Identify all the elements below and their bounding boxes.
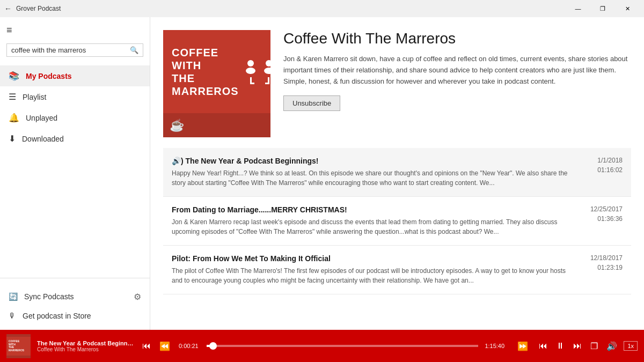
nav-items: 📚 My Podcasts ☰ Playlist 🔔 Unplayed ⬇ Do… xyxy=(0,65,150,274)
downloaded-icon: ⬇ xyxy=(9,134,16,144)
podcast-header: CoffeeWithTheMarreros xyxy=(150,17,644,148)
titlebar: ← Grover Podcast — ❐ ✕ xyxy=(0,0,644,17)
sidebar-top: ≡ 🔍 xyxy=(0,17,150,65)
search-input[interactable] xyxy=(11,46,130,54)
playlist-icon: ☰ xyxy=(9,92,16,102)
episode-title-3: Pilot: From How We Met To Making It Offi… xyxy=(172,254,568,263)
sidebar-divider xyxy=(0,278,150,278)
episode-item[interactable]: Pilot: From How We Met To Making It Offi… xyxy=(163,246,631,294)
episode-desc-1: Happy New Year! Right...? We think so at… xyxy=(172,168,568,188)
player-episode-title: The New Year & Podcast Beginnings! xyxy=(37,340,134,346)
player-bar: CoffeeWithTheMarreros The New Year & Pod… xyxy=(0,330,644,362)
episode-title-2: From Dating to Marriage......MERRY CHRIS… xyxy=(172,205,568,214)
episode-date-3: 12/18/2017 xyxy=(590,254,623,262)
close-button[interactable]: ✕ xyxy=(615,0,640,17)
episode-duration-3: 01:23:19 xyxy=(597,264,623,271)
search-icon: 🔍 xyxy=(130,46,138,54)
podcast-description: Jon & Karen Marrero sit down, have a cup… xyxy=(283,54,631,87)
episode-meta-2: 12/25/2017 01:36:36 xyxy=(574,205,623,223)
feet-icon-2 xyxy=(264,77,270,85)
sidebar-item-downloaded[interactable]: ⬇ Downloaded xyxy=(0,128,150,149)
back-button[interactable]: ← xyxy=(4,4,12,13)
episode-title-1: 🔊) The New Year & Podcast Beginnings! xyxy=(172,157,568,165)
artwork-bottom: ☕ xyxy=(163,113,270,137)
player-current-time: 0:00:21 xyxy=(179,343,200,349)
copy-button[interactable]: ❐ xyxy=(588,339,600,353)
player-artwork-text: CoffeeWithTheMarreros xyxy=(9,340,24,352)
episode-duration-2: 01:36:36 xyxy=(597,215,623,223)
episode-desc-2: Jon & Karen Marrero recap last week's ep… xyxy=(172,217,568,237)
svg-point-2 xyxy=(266,60,270,67)
play-pause-button[interactable]: ⏸ xyxy=(554,339,567,353)
svg-rect-5 xyxy=(250,83,254,84)
episode-content-3: Pilot: From How We Met To Making It Offi… xyxy=(172,254,568,285)
sidebar-item-unplayed[interactable]: 🔔 Unplayed xyxy=(0,107,150,128)
player-progress-thumb[interactable] xyxy=(209,342,217,350)
person-icon-2 xyxy=(261,59,270,74)
sidebar-item-my-podcasts[interactable]: 📚 My Podcasts xyxy=(0,65,150,86)
player-artwork-inner: CoffeeWithTheMarreros xyxy=(6,337,31,356)
sidebar-item-store[interactable]: 🎙 Get podcast in Store xyxy=(0,306,150,326)
app-body: ≡ 🔍 📚 My Podcasts ☰ Playlist 🔔 Unplayed … xyxy=(0,17,644,330)
window-controls: — ❐ ✕ xyxy=(566,0,640,17)
player-artwork: CoffeeWithTheMarreros xyxy=(6,334,31,358)
player-total-time: 1:15:40 xyxy=(485,343,509,349)
player-right-controls: ⏮ ⏸ ⏭ ❐ 🔊 1x xyxy=(537,339,638,353)
person-icon-1 xyxy=(243,59,258,74)
episodes-list: 🔊) The New Year & Podcast Beginnings! Ha… xyxy=(150,148,644,294)
player-progress-bar[interactable] xyxy=(207,345,478,347)
podcast-title: Coffee With The Marreros xyxy=(283,30,631,47)
player-controls: ⏮ ⏪ xyxy=(140,339,172,353)
episode-date-1: 1/1/2018 xyxy=(597,157,623,164)
maximize-button[interactable]: ❐ xyxy=(590,0,615,17)
gear-icon[interactable]: ⚙ xyxy=(134,292,141,302)
sync-row: 🔄 Sync Podcasts ⚙ xyxy=(0,287,150,306)
downloaded-label: Downloaded xyxy=(22,135,64,143)
episode-item[interactable]: From Dating to Marriage......MERRY CHRIS… xyxy=(163,197,631,246)
episode-content-2: From Dating to Marriage......MERRY CHRIS… xyxy=(172,205,568,237)
sync-icon: 🔄 xyxy=(9,292,18,301)
speed-button[interactable]: 1x xyxy=(624,341,638,351)
svg-rect-7 xyxy=(265,83,269,84)
artwork-people-icons xyxy=(243,59,270,85)
artwork-main: CoffeeWithTheMarreros xyxy=(163,30,270,113)
unsubscribe-button[interactable]: Unsubscribe xyxy=(283,95,340,111)
unplayed-label: Unplayed xyxy=(26,114,57,122)
player-podcast-name: Coffee With The Marreros xyxy=(37,346,134,352)
episode-meta-3: 12/18/2017 01:23:19 xyxy=(574,254,623,271)
episode-item[interactable]: 🔊) The New Year & Podcast Beginnings! Ha… xyxy=(163,148,631,197)
steam-icon: ☕ xyxy=(170,119,184,132)
store-icon: 🎙 xyxy=(9,312,16,320)
rewind-to-start-button[interactable]: ⏮ xyxy=(140,339,153,353)
svg-point-0 xyxy=(247,60,254,67)
search-box[interactable]: 🔍 xyxy=(6,43,143,57)
main-content: CoffeeWithTheMarreros xyxy=(150,17,644,330)
svg-point-3 xyxy=(264,68,270,74)
skip-forward-button[interactable]: ⏭ xyxy=(571,339,584,353)
hamburger-menu[interactable]: ≡ xyxy=(6,21,143,39)
podcast-artwork: CoffeeWithTheMarreros xyxy=(163,30,270,137)
sidebar-bottom: 🔄 Sync Podcasts ⚙ 🎙 Get podcast in Store xyxy=(0,283,150,330)
minimize-button[interactable]: — xyxy=(566,0,590,17)
player-info: The New Year & Podcast Beginnings! Coffe… xyxy=(37,340,134,352)
app-title: Grover Podcast xyxy=(16,5,566,12)
skip-back-button[interactable]: ⏮ xyxy=(537,339,550,353)
sync-label: Sync Podcasts xyxy=(24,292,74,301)
sidebar-item-sync[interactable]: 🔄 Sync Podcasts xyxy=(0,287,83,306)
my-podcasts-icon: 📚 xyxy=(9,71,19,81)
episode-desc-3: The pilot of Coffee With The Marrero's! … xyxy=(172,266,568,285)
unplayed-icon: 🔔 xyxy=(9,113,19,123)
feet-icon-1 xyxy=(248,77,255,85)
sidebar-item-playlist[interactable]: ☰ Playlist xyxy=(0,86,150,107)
rewind-button[interactable]: ⏪ xyxy=(157,339,172,353)
svg-rect-6 xyxy=(268,77,269,83)
svg-rect-4 xyxy=(250,77,252,83)
episode-duration-1: 01:16:02 xyxy=(597,166,623,174)
fast-forward-button[interactable]: ⏩ xyxy=(515,339,530,353)
volume-button[interactable]: 🔊 xyxy=(604,339,619,353)
sidebar: ≡ 🔍 📚 My Podcasts ☰ Playlist 🔔 Unplayed … xyxy=(0,17,150,330)
episode-meta-1: 1/1/2018 01:16:02 xyxy=(574,157,623,174)
playlist-label: Playlist xyxy=(23,93,46,101)
svg-point-1 xyxy=(246,68,255,74)
artwork-title-text: CoffeeWithTheMarreros xyxy=(172,46,239,98)
